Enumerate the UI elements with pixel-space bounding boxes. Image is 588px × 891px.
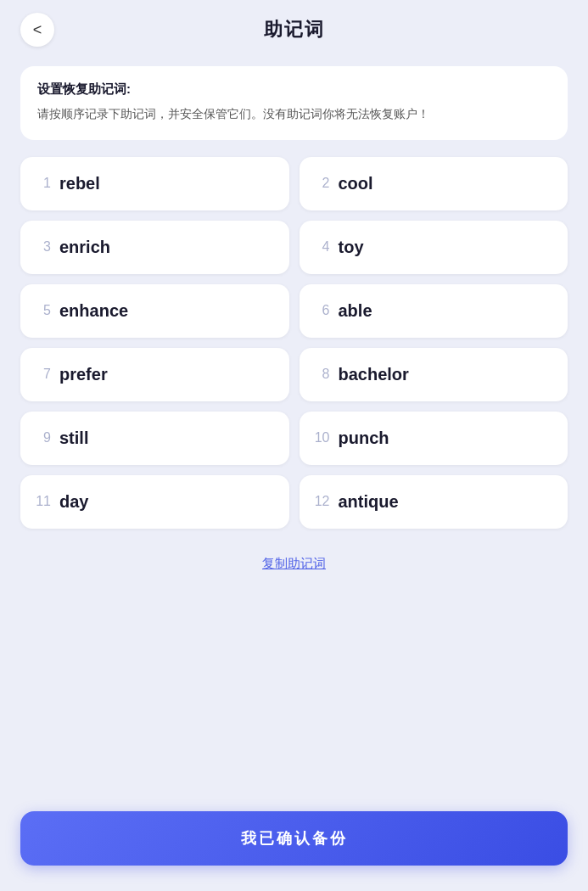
- word-card: 7prefer: [20, 348, 289, 401]
- word-value: antique: [339, 492, 399, 512]
- description-text: 请按顺序记录下助记词，并安全保管它们。没有助记词你将无法恢复账户！: [37, 104, 551, 125]
- word-grid: 1rebel2cool3enrich4toy5enhance6able7pref…: [20, 157, 568, 529]
- word-value: day: [59, 492, 88, 512]
- word-card: 5enhance: [20, 284, 289, 338]
- word-value: rebel: [59, 174, 100, 193]
- word-value: cool: [339, 174, 373, 193]
- word-number: 1: [36, 176, 51, 191]
- content-area: 设置恢复助记词: 请按顺序记录下助记词，并安全保管它们。没有助记词你将无法恢复账…: [0, 51, 588, 803]
- word-number: 4: [315, 239, 330, 255]
- description-box: 设置恢复助记词: 请按顺序记录下助记词，并安全保管它们。没有助记词你将无法恢复账…: [20, 66, 568, 140]
- back-button[interactable]: <: [20, 13, 54, 47]
- word-card: 9still: [20, 412, 289, 465]
- page-title: 助记词: [264, 17, 325, 42]
- word-card: 6able: [300, 284, 568, 338]
- copy-mnemonic-button[interactable]: 复制助记词: [262, 556, 326, 572]
- word-number: 12: [315, 494, 330, 509]
- word-value: still: [59, 429, 88, 448]
- word-number: 11: [36, 494, 51, 509]
- screen: < 助记词 设置恢复助记词: 请按顺序记录下助记词，并安全保管它们。没有助记词你…: [0, 0, 588, 891]
- word-value: punch: [339, 429, 389, 448]
- word-value: prefer: [59, 365, 108, 384]
- word-value: enhance: [59, 301, 128, 321]
- word-number: 7: [36, 367, 51, 382]
- word-card: 2cool: [300, 157, 568, 210]
- word-card: 1rebel: [20, 157, 289, 210]
- header: < 助记词: [0, 0, 588, 51]
- word-number: 10: [315, 430, 330, 446]
- word-card: 10punch: [300, 412, 568, 465]
- word-card: 8bachelor: [300, 348, 568, 401]
- word-number: 6: [315, 303, 330, 318]
- word-number: 5: [36, 303, 51, 318]
- word-number: 8: [315, 367, 330, 382]
- word-value: enrich: [59, 238, 110, 257]
- word-value: able: [339, 301, 372, 321]
- word-card: 11day: [20, 475, 289, 529]
- word-value: toy: [339, 238, 364, 257]
- word-value: bachelor: [339, 365, 409, 384]
- word-number: 2: [315, 176, 330, 191]
- word-card: 4toy: [300, 221, 568, 274]
- copy-link-area: 复制助记词: [20, 556, 568, 572]
- confirm-backup-button[interactable]: 我已确认备份: [20, 811, 568, 866]
- word-card: 3enrich: [20, 221, 289, 274]
- description-title: 设置恢复助记词:: [37, 81, 551, 98]
- word-number: 9: [36, 430, 51, 446]
- word-card: 12antique: [300, 475, 568, 529]
- word-number: 3: [36, 239, 51, 255]
- back-icon: <: [33, 21, 42, 39]
- bottom-area: 我已确认备份: [0, 803, 588, 891]
